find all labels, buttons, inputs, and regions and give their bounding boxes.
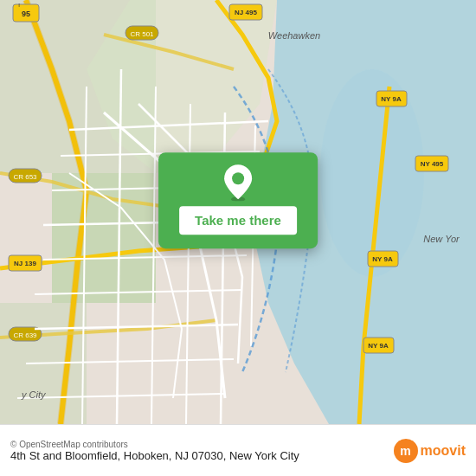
address-text: 4th St and Bloomfield, Hoboken, NJ 07030… <box>10 449 387 462</box>
svg-rect-3 <box>52 173 156 303</box>
svg-text:NY 495: NY 495 <box>421 160 444 168</box>
svg-text:y City: y City <box>21 389 47 400</box>
svg-text:NY 9A: NY 9A <box>368 342 389 350</box>
svg-text:CR 501: CR 501 <box>130 30 154 38</box>
svg-text:NJ 139: NJ 139 <box>14 260 36 267</box>
moovit-text: moovit <box>421 443 466 459</box>
moovit-logo: m moovit <box>394 439 466 463</box>
svg-text:CR 639: CR 639 <box>13 331 37 339</box>
take-me-there-button[interactable]: Take me there <box>179 206 297 235</box>
svg-text:NY 9A: NY 9A <box>372 255 393 263</box>
location-pin-icon <box>219 163 257 201</box>
svg-text:Weehawken: Weehawken <box>268 30 320 41</box>
svg-point-46 <box>232 172 244 184</box>
svg-text:New Yor: New Yor <box>423 234 460 244</box>
openstreetmap-credit: © OpenStreetMap contributors <box>10 440 387 449</box>
svg-text:NJ 495: NJ 495 <box>235 9 257 16</box>
map-container: 95 I NJ 495 CR 501 CR 653 NJ 139 CR 639 … <box>0 0 476 424</box>
svg-text:NY 9A: NY 9A <box>381 95 402 103</box>
moovit-icon: m <box>394 439 418 463</box>
popup-card: Take me there <box>158 152 318 248</box>
bottom-bar: © OpenStreetMap contributors 4th St and … <box>0 424 476 476</box>
svg-text:CR 653: CR 653 <box>13 173 37 181</box>
svg-text:95: 95 <box>22 10 30 18</box>
